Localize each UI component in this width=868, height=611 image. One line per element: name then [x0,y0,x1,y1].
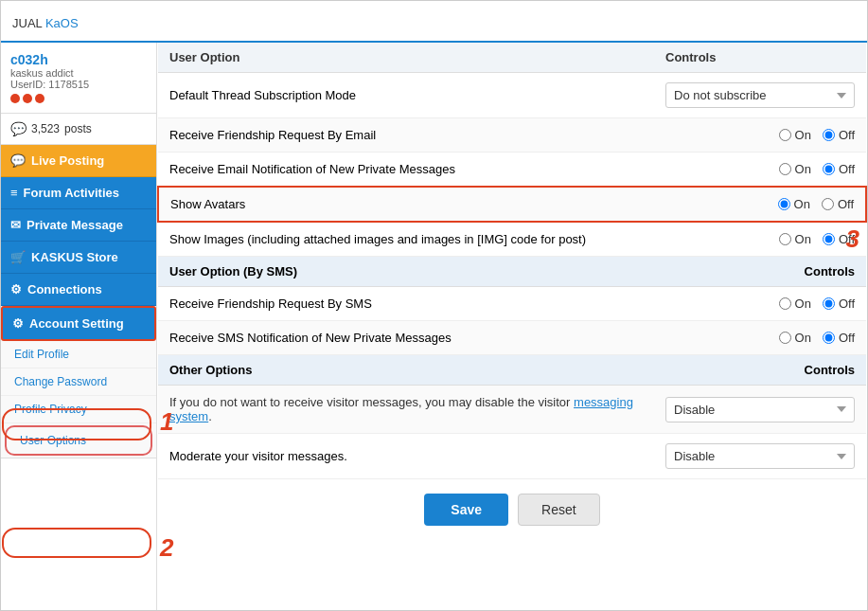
friendship-sms-off-label[interactable]: Off [823,297,855,311]
visitor-messages-control: Disable Enable [654,386,866,434]
show-avatars-off-radio[interactable] [822,198,834,210]
sidebar-posts: 💬 3,523 posts [1,114,156,145]
save-button[interactable]: Save [424,494,508,526]
settings-table: User Option Controls Default Thread Subs… [157,43,867,479]
friendship-sms-off-radio[interactable] [823,297,835,310]
dot-3 [35,94,44,103]
sidebar-item-live-posting[interactable]: 💬 Live Posting [1,145,156,177]
friendship-email-on-radio[interactable] [779,129,791,141]
friendship-sms-radio-group: On Off [665,297,855,311]
content-area: User Option Controls Default Thread Subs… [157,43,867,610]
sms-notification-label: Receive SMS Notification of New Private … [158,321,654,355]
col-controls-header: Controls [654,43,866,73]
table-row: Show Images (including attached images a… [158,222,866,257]
user-info: c032h kaskus addict UserID: 1178515 [1,43,156,114]
sidebar-item-edit-profile[interactable]: Edit Profile [1,341,156,368]
friendship-email-control: On Off [654,118,866,153]
friendship-email-on-label[interactable]: On [779,128,811,142]
show-avatars-label: Show Avatars [158,187,654,222]
show-images-off-radio[interactable] [823,233,835,245]
sms-notification-off-radio[interactable] [823,332,835,344]
live-posting-icon: 💬 [10,153,26,168]
friendship-sms-control: On Off [654,287,866,321]
sidebar-item-connections[interactable]: ⚙ Connections [1,274,156,306]
email-notification-off-label[interactable]: Off [823,162,855,176]
visitor-messages-dropdown[interactable]: Disable Enable [665,397,855,422]
col-option-header: User Option [158,43,654,73]
account-setting-icon: ⚙ [12,316,24,331]
email-notification-on-label[interactable]: On [779,162,811,176]
sidebar-item-user-options[interactable]: User Options [5,425,152,456]
sidebar-item-change-password[interactable]: Change Password [1,368,156,396]
table-header-row: User Option Controls [158,43,866,73]
kaskus-store-label: KASKUS Store [31,250,118,264]
sms-notification-radio-group: On Off [665,331,855,345]
show-images-radio-group: On Off [665,232,855,246]
action-buttons: Save Reset [157,479,867,540]
friendship-email-off-label[interactable]: Off [823,128,855,142]
account-setting-label: Account Setting [29,316,124,331]
forum-activities-icon: ≡ [10,186,18,200]
table-row: Receive Email Notification of New Privat… [158,153,866,188]
friendship-sms-on-label[interactable]: On [779,297,811,311]
email-notification-label: Receive Email Notification of New Privat… [158,153,654,188]
email-notification-control: On Off [654,153,866,188]
main-layout: c032h kaskus addict UserID: 1178515 💬 3,… [1,43,867,610]
sms-notification-on-label[interactable]: On [779,331,811,345]
other-controls-label: Controls [805,363,855,377]
friendship-email-label: Receive Friendship Request By Email [158,118,654,153]
show-images-on-radio[interactable] [779,233,791,245]
friendship-email-off-radio[interactable] [823,129,835,141]
reset-button[interactable]: Reset [518,494,600,526]
thread-subscription-dropdown[interactable]: Do not subscribe Subscribe Subscribe wit… [665,82,855,108]
messaging-system-link[interactable]: messaging system [169,395,633,423]
logo: JUAL KaOS [12,9,79,33]
show-avatars-off-label[interactable]: Off [822,197,854,211]
friendship-sms-label: Receive Friendship Request By SMS [158,287,654,321]
table-row: Receive Friendship Request By Email On O… [158,118,866,153]
sms-notification-off-label[interactable]: Off [823,331,855,345]
visitor-messages-label: If you do not want to receive visitor me… [158,386,654,434]
top-header: JUAL KaOS [1,1,867,43]
moderate-visitor-dropdown[interactable]: Disable Enable [665,443,855,469]
sidebar-item-profile-privacy[interactable]: Profile Privacy [1,396,156,423]
sms-header-row: User Option (By SMS) Controls [158,257,866,287]
sidebar-item-kaskus-store[interactable]: 🛒 KASKUS Store [1,242,156,274]
live-posting-label: Live Posting [31,153,104,168]
sidebar-dots [10,94,147,103]
chat-icon: 💬 [10,121,27,136]
moderate-visitor-control: Disable Enable [654,434,866,479]
table-row: Receive Friendship Request By SMS On Off [158,287,866,321]
connections-label: Connections [27,282,102,297]
show-images-control: On Off [654,222,866,257]
friendship-sms-on-radio[interactable] [779,297,791,310]
show-images-on-label[interactable]: On [779,232,811,246]
dot-2 [23,94,32,103]
sidebar: c032h kaskus addict UserID: 1178515 💬 3,… [1,43,157,610]
friendship-email-radio-group: On Off [665,128,855,142]
dot-1 [10,94,20,103]
kaskus-store-icon: 🛒 [10,250,26,264]
thread-subscription-control: Do not subscribe Subscribe Subscribe wit… [654,73,866,118]
private-message-icon: ✉ [10,218,21,232]
sms-controls-label: Controls [805,264,855,279]
moderate-visitor-label: Moderate your visitor messages. [158,434,654,479]
table-row: If you do not want to receive visitor me… [158,386,866,434]
sidebar-username: c032h [10,52,147,67]
other-section-label: Other Options [169,363,252,377]
thread-subscription-label: Default Thread Subscription Mode [158,73,654,118]
email-notification-on-radio[interactable] [779,163,791,175]
table-row: Moderate your visitor messages. Disable … [158,434,866,479]
logo-kaos: KaOS [45,16,79,30]
email-notification-off-radio[interactable] [823,163,835,175]
sidebar-account-setting[interactable]: ⚙ Account Setting [1,306,156,341]
show-avatars-control: On Off [654,187,866,222]
show-avatars-on-radio[interactable] [778,198,790,210]
sidebar-item-private-message[interactable]: ✉ Private Message [1,209,156,242]
sidebar-item-forum-activities[interactable]: ≡ Forum Activities [1,177,156,209]
sms-notification-on-radio[interactable] [779,332,791,344]
show-avatars-on-label[interactable]: On [778,197,810,211]
show-avatars-radio-group: On Off [665,197,854,211]
show-images-off-label[interactable]: Off [823,232,855,246]
email-notification-radio-group: On Off [665,162,855,176]
